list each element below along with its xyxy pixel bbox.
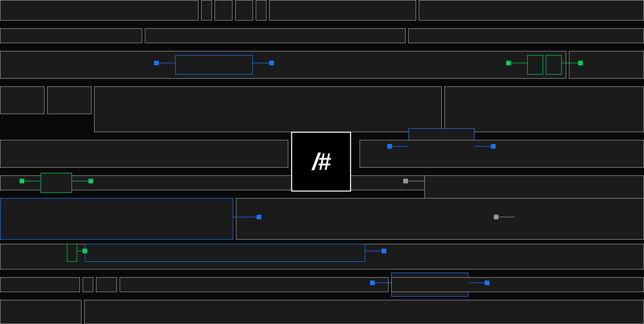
- connector-dot-13: [370, 281, 375, 285]
- block-30: [0, 277, 80, 292]
- connector-wire-10: [496, 217, 515, 217]
- connector-dot-0: [154, 61, 159, 65]
- block-12: [527, 55, 543, 75]
- connector-dot-11: [83, 249, 87, 253]
- block-15: [0, 86, 44, 114]
- connector-wire-5: [475, 146, 493, 147]
- connector-wire-12: [365, 251, 384, 251]
- block-6: [419, 0, 644, 21]
- block-29: [85, 244, 365, 262]
- block-9: [408, 28, 644, 43]
- block-26: [236, 198, 644, 240]
- connector-dot-3: [578, 61, 583, 65]
- block-13: [546, 55, 562, 75]
- connector-dot-7: [88, 179, 93, 183]
- block-5: [269, 0, 416, 21]
- block-28: [67, 244, 77, 262]
- block-31: [83, 277, 93, 292]
- block-1: [201, 0, 212, 21]
- connector-dot-6: [20, 179, 24, 183]
- block-7: [0, 28, 142, 43]
- connector-dot-8: [403, 179, 408, 183]
- connector-dot-1: [269, 61, 274, 65]
- block-17: [94, 86, 442, 132]
- block-0: [0, 0, 199, 21]
- connector-wire-4: [390, 146, 408, 147]
- connector-wire-3: [562, 63, 580, 63]
- block-16: [47, 86, 92, 114]
- block-25: [0, 198, 233, 240]
- block-23: [41, 173, 72, 193]
- block-8: [145, 28, 406, 43]
- block-21: [360, 140, 644, 168]
- connector-wire-6: [22, 181, 41, 181]
- connector-dot-4: [387, 144, 392, 149]
- diagram-canvas: /#: [0, 0, 644, 324]
- connector-wire-8: [406, 181, 424, 181]
- connector-dot-10: [494, 215, 498, 219]
- connector-dot-12: [382, 249, 386, 253]
- connector-dot-5: [491, 144, 496, 149]
- connector-dot-2: [506, 61, 511, 65]
- connector-wire-2: [508, 63, 527, 63]
- center-logo-box: /#: [291, 132, 351, 192]
- block-3: [235, 0, 253, 21]
- center-logo-text: /#: [312, 148, 330, 175]
- block-2: [214, 0, 232, 21]
- connector-wire-7: [72, 181, 91, 181]
- block-19: [0, 140, 288, 168]
- connector-wire-9: [233, 217, 259, 217]
- connector-dot-14: [485, 281, 489, 285]
- block-37: [84, 300, 644, 324]
- block-18: [444, 86, 644, 132]
- block-35: [391, 277, 644, 292]
- connector-wire-13: [372, 283, 391, 283]
- block-4: [256, 0, 266, 21]
- connector-wire-1: [253, 63, 272, 63]
- block-10: [0, 51, 566, 79]
- connector-wire-0: [156, 63, 175, 63]
- connector-wire-14: [468, 283, 487, 283]
- block-11: [175, 55, 253, 75]
- block-33: [120, 277, 389, 292]
- connector-dot-9: [257, 215, 261, 219]
- block-32: [96, 277, 117, 292]
- block-36: [0, 300, 82, 324]
